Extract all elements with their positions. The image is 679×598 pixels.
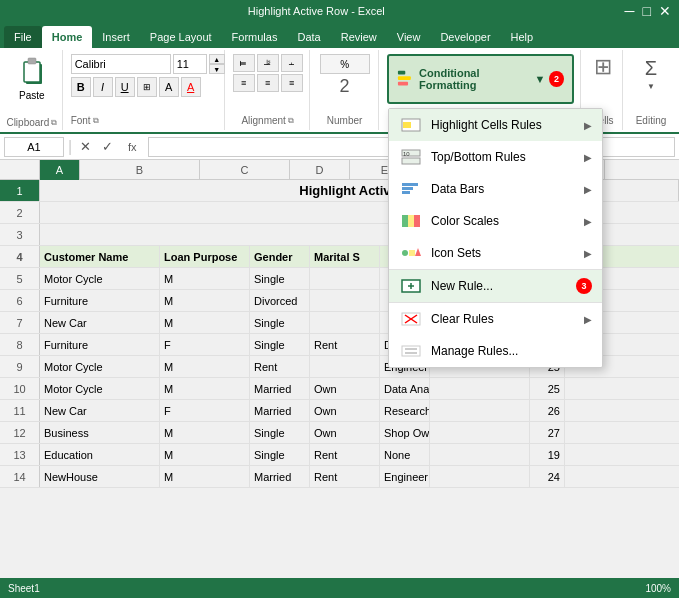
- cell[interactable]: Rent: [250, 356, 310, 377]
- col-header-d[interactable]: D: [290, 160, 350, 180]
- tab-developer[interactable]: Developer: [430, 26, 500, 48]
- cell[interactable]: M: [160, 312, 250, 333]
- cell[interactable]: Single: [250, 334, 310, 355]
- tab-home[interactable]: Home: [42, 26, 93, 48]
- fill-color-button[interactable]: A: [159, 77, 179, 97]
- minimize-icon[interactable]: ─: [625, 3, 635, 19]
- insert-function-button[interactable]: fx: [120, 138, 144, 156]
- tab-formulas[interactable]: Formulas: [222, 26, 288, 48]
- col-header-b[interactable]: B: [80, 160, 200, 180]
- cell[interactable]: [430, 422, 530, 443]
- font-size-increase[interactable]: ▲: [209, 54, 225, 64]
- cell[interactable]: Rent: [310, 444, 380, 465]
- cell[interactable]: Furniture: [40, 290, 160, 311]
- font-size-selector[interactable]: [173, 54, 207, 74]
- cell[interactable]: [310, 268, 380, 289]
- cell[interactable]: Motor Cycle: [40, 268, 160, 289]
- cell[interactable]: M: [160, 290, 250, 311]
- tab-help[interactable]: Help: [501, 26, 544, 48]
- col-header-c[interactable]: C: [200, 160, 290, 180]
- cell[interactable]: NewHouse: [40, 466, 160, 487]
- cell[interactable]: 27: [530, 422, 565, 443]
- align-top-left-button[interactable]: ⫢: [233, 54, 255, 72]
- border-button[interactable]: ⊞: [137, 77, 157, 97]
- cell[interactable]: Married: [250, 378, 310, 399]
- cell[interactable]: Motor Cycle: [40, 356, 160, 377]
- tab-file[interactable]: File: [4, 26, 42, 48]
- cell[interactable]: 25: [530, 378, 565, 399]
- cell[interactable]: [310, 356, 380, 377]
- cancel-formula-button[interactable]: ✕: [76, 138, 94, 156]
- cell[interactable]: [430, 444, 530, 465]
- cell[interactable]: Rent: [310, 334, 380, 355]
- cell[interactable]: Engineer: [380, 466, 430, 487]
- cell[interactable]: M: [160, 378, 250, 399]
- cell[interactable]: M: [160, 268, 250, 289]
- dropdown-item-color-scales[interactable]: Color Scales ▶: [389, 205, 602, 237]
- tab-review[interactable]: Review: [331, 26, 387, 48]
- paste-button[interactable]: Paste: [10, 52, 54, 103]
- clipboard-expand-icon[interactable]: ⧉: [51, 118, 57, 128]
- dropdown-item-clear-rules[interactable]: Clear Rules ▶: [389, 303, 602, 335]
- cell[interactable]: Data Analyst: [380, 378, 430, 399]
- cell[interactable]: Single: [250, 444, 310, 465]
- cell[interactable]: 19: [530, 444, 565, 465]
- cell[interactable]: F: [160, 400, 250, 421]
- cell[interactable]: [430, 400, 530, 421]
- cell[interactable]: Education: [40, 444, 160, 465]
- maximize-icon[interactable]: □: [643, 3, 651, 19]
- cell[interactable]: Shop Owner: [380, 422, 430, 443]
- cell[interactable]: Married: [250, 466, 310, 487]
- cell[interactable]: Own: [310, 400, 380, 421]
- conditional-formatting-button[interactable]: Conditional Formatting ▼ 2: [387, 54, 574, 104]
- cell[interactable]: M: [160, 356, 250, 377]
- cell[interactable]: New Car: [40, 312, 160, 333]
- cell[interactable]: [310, 312, 380, 333]
- dropdown-item-highlight-cells[interactable]: Highlight Cells Rules ▶: [389, 109, 602, 141]
- cell-reference-box[interactable]: [4, 137, 64, 157]
- dropdown-item-icon-sets[interactable]: Icon Sets ▶: [389, 237, 602, 270]
- font-name-selector[interactable]: [71, 54, 171, 74]
- cell[interactable]: Single: [250, 422, 310, 443]
- cell[interactable]: Business: [40, 422, 160, 443]
- cell[interactable]: M: [160, 466, 250, 487]
- font-size-decrease[interactable]: ▼: [209, 64, 225, 74]
- align-top-center-button[interactable]: ⫡: [257, 54, 279, 72]
- cell[interactable]: Own: [310, 378, 380, 399]
- align-right-button[interactable]: ≡: [281, 74, 303, 92]
- cell[interactable]: F: [160, 334, 250, 355]
- confirm-formula-button[interactable]: ✓: [98, 138, 116, 156]
- cell[interactable]: M: [160, 444, 250, 465]
- dropdown-item-manage-rules[interactable]: Manage Rules...: [389, 335, 602, 367]
- italic-button[interactable]: I: [93, 77, 113, 97]
- cell[interactable]: Own: [310, 422, 380, 443]
- tab-data[interactable]: Data: [287, 26, 330, 48]
- close-icon[interactable]: ✕: [659, 3, 671, 19]
- font-expand-icon[interactable]: ⧉: [93, 116, 99, 126]
- cell[interactable]: 24: [530, 466, 565, 487]
- cell[interactable]: Rent: [310, 466, 380, 487]
- tab-view[interactable]: View: [387, 26, 431, 48]
- alignment-expand-icon[interactable]: ⧉: [288, 116, 294, 126]
- cell[interactable]: Divorced: [250, 290, 310, 311]
- cell[interactable]: 26: [530, 400, 565, 421]
- bold-button[interactable]: B: [71, 77, 91, 97]
- cell[interactable]: Married: [250, 400, 310, 421]
- font-color-button[interactable]: A: [181, 77, 201, 97]
- dropdown-item-data-bars[interactable]: Data Bars ▶: [389, 173, 602, 205]
- cell[interactable]: [430, 378, 530, 399]
- cell[interactable]: Single: [250, 312, 310, 333]
- cell[interactable]: [430, 466, 530, 487]
- col-header-a[interactable]: A: [40, 160, 80, 180]
- cell[interactable]: New Car: [40, 400, 160, 421]
- cell[interactable]: [310, 290, 380, 311]
- dropdown-item-top-bottom[interactable]: 10 Top/Bottom Rules ▶: [389, 141, 602, 173]
- cell[interactable]: Single: [250, 268, 310, 289]
- align-top-right-button[interactable]: ⫠: [281, 54, 303, 72]
- cell[interactable]: Motor Cycle: [40, 378, 160, 399]
- dropdown-item-new-rule[interactable]: New Rule... 3: [389, 270, 602, 303]
- sheet-tab[interactable]: Sheet1: [8, 583, 40, 594]
- cell[interactable]: Furniture: [40, 334, 160, 355]
- underline-button[interactable]: U: [115, 77, 135, 97]
- tab-insert[interactable]: Insert: [92, 26, 140, 48]
